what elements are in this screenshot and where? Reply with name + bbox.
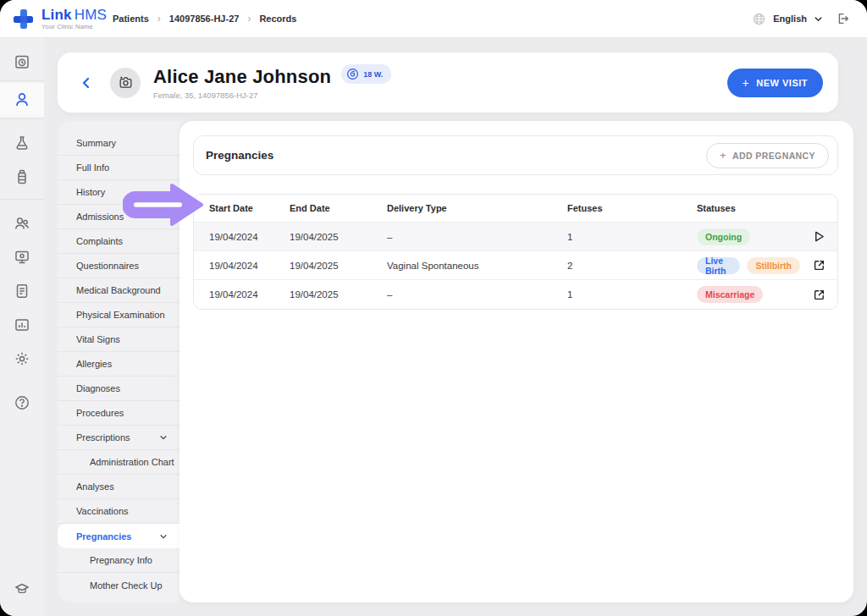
plus-icon: + [720, 150, 726, 161]
brand-suffix: HMS [75, 7, 107, 23]
avatar-upload[interactable] [110, 68, 141, 98]
menu-item-vital-signs[interactable]: Vital Signs [58, 327, 179, 352]
breadcrumb-separator: › [157, 13, 161, 25]
table-row[interactable]: 19/04/2024 19/04/2025 – 1 Miscarriage [194, 280, 837, 309]
app-logo: LinkHMS Your Clinic Name [0, 8, 113, 30]
chevron-left-icon [80, 77, 92, 89]
menu-item-analyses[interactable]: Analyses [58, 475, 179, 499]
dashboard-icon[interactable] [0, 308, 44, 342]
table-row[interactable]: 19/04/2024 19/04/2025 Vaginal Spontaneou… [194, 251, 837, 280]
table-header-row: Start Date End Date Delivery Type Fetuse… [194, 195, 837, 223]
menu-item-pregnancies[interactable]: Pregnancies [58, 524, 179, 548]
status-badge: Stillbirth [747, 257, 800, 274]
records-menu: Summary Full Info History Admissions Com… [58, 121, 179, 602]
column-header-delivery-type: Delivery Type [387, 203, 567, 213]
medications-icon[interactable] [0, 160, 44, 194]
add-pregnancy-label: ADD PREGNANCY [732, 151, 815, 161]
open-in-new-icon [813, 289, 826, 301]
status-badge: Miscarriage [697, 286, 763, 303]
documents-icon[interactable] [0, 274, 44, 308]
breadcrumb-records[interactable]: Records [259, 14, 296, 24]
play-icon [813, 230, 826, 243]
gestation-label: 18 W. [363, 70, 383, 79]
rail-divider [0, 80, 44, 81]
back-button[interactable] [78, 74, 95, 91]
staff-icon[interactable] [0, 206, 44, 240]
menu-item-allergies[interactable]: Allergies [58, 352, 179, 377]
menu-item-vaccinations[interactable]: Vaccinations [58, 499, 179, 524]
icon-rail [0, 38, 44, 616]
patient-name: Alice Jane Johnson [153, 66, 331, 88]
breadcrumb: Patients › 14097856-HJ-27 › Records [113, 13, 296, 25]
breadcrumb-separator: › [247, 13, 251, 25]
column-header-fetuses: Fetuses [567, 203, 697, 213]
gestation-badge: 18 W. [341, 64, 391, 84]
menu-item-questionnaires[interactable]: Questionnaires [58, 254, 179, 278]
menu-item-history[interactable]: History [58, 180, 179, 205]
chevron-down-icon [159, 433, 168, 442]
open-pregnancy-button[interactable] [809, 256, 828, 275]
plus-icon: + [743, 77, 750, 89]
menu-item-medical-background[interactable]: Medical Background [58, 278, 179, 303]
logout-button[interactable] [835, 11, 850, 26]
patients-icon[interactable] [0, 83, 44, 117]
brand-tagline: Your Clinic Name [41, 24, 107, 30]
globe-icon [752, 12, 766, 26]
breadcrumb-patients[interactable]: Patients [113, 14, 149, 24]
help-icon[interactable] [0, 386, 44, 420]
menu-item-complaints[interactable]: Complaints [58, 229, 179, 254]
patient-header-card: Alice Jane Johnson Female, 35, 14097856-… [58, 52, 838, 113]
rail-divider [0, 199, 44, 200]
gestation-icon [346, 68, 359, 80]
menu-item-prescriptions[interactable]: Prescriptions [58, 426, 179, 450]
add-pregnancy-button[interactable]: + ADD PREGNANCY [706, 143, 829, 168]
app-window: LinkHMS Your Clinic Name Patients › 1409… [0, 0, 867, 616]
chevron-down-icon [814, 14, 823, 24]
continue-pregnancy-button[interactable] [809, 228, 828, 246]
breadcrumb-patient-id[interactable]: 14097856-HJ-27 [169, 14, 240, 24]
language-selector[interactable]: English [752, 12, 823, 26]
status-badge: Ongoing [697, 228, 750, 245]
workstation-icon[interactable] [0, 240, 44, 274]
rail-divider [0, 118, 44, 119]
lab-tests-icon[interactable] [0, 126, 44, 160]
brand-name: Link [41, 7, 72, 23]
education-icon[interactable] [0, 572, 44, 606]
status-badge: Live Birth [697, 257, 740, 274]
pregnancies-table: Start Date End Date Delivery Type Fetuse… [193, 194, 838, 310]
chevron-down-icon [159, 532, 168, 541]
column-header-statuses: Statuses [697, 203, 800, 213]
column-header-start-date: Start Date [209, 203, 290, 213]
brand-cross-icon [12, 8, 35, 30]
patient-meta: Female, 35, 14097856-HJ-27 [153, 91, 331, 100]
new-visit-label: NEW VISIT [756, 78, 808, 88]
top-bar: LinkHMS Your Clinic Name Patients › 1409… [0, 0, 867, 38]
menu-item-pregnancy-info[interactable]: Pregnancy Info [58, 548, 179, 573]
menu-item-summary[interactable]: Summary [58, 131, 179, 156]
menu-item-administration-chart[interactable]: Administration Chart [58, 450, 179, 475]
menu-item-physical-examination[interactable]: Physical Examination [58, 303, 179, 327]
menu-item-admissions[interactable]: Admissions [58, 205, 179, 229]
menu-item-procedures[interactable]: Procedures [58, 401, 179, 426]
menu-item-diagnoses[interactable]: Diagnoses [58, 377, 179, 401]
column-header-end-date: End Date [290, 203, 387, 213]
pregnancies-panel-header: Pregnancies + ADD PREGNANCY [193, 135, 838, 175]
menu-item-mother-check-up[interactable]: Mother Check Up [58, 573, 179, 597]
logout-icon [835, 11, 850, 26]
open-in-new-icon [813, 259, 826, 272]
calendar-schedule-icon[interactable] [0, 45, 44, 79]
content-panel: Pregnancies + ADD PREGNANCY Start Date E… [179, 121, 853, 602]
settings-icon[interactable] [0, 342, 44, 376]
new-visit-button[interactable]: + NEW VISIT [727, 69, 823, 97]
open-pregnancy-button[interactable] [809, 285, 828, 304]
table-row[interactable]: 19/04/2024 19/04/2025 – 1 Ongoing [194, 223, 837, 251]
add-photo-icon [118, 74, 134, 91]
page-title: Pregnancies [206, 149, 273, 162]
language-label: English [773, 14, 807, 24]
menu-item-full-info[interactable]: Full Info [58, 156, 179, 180]
